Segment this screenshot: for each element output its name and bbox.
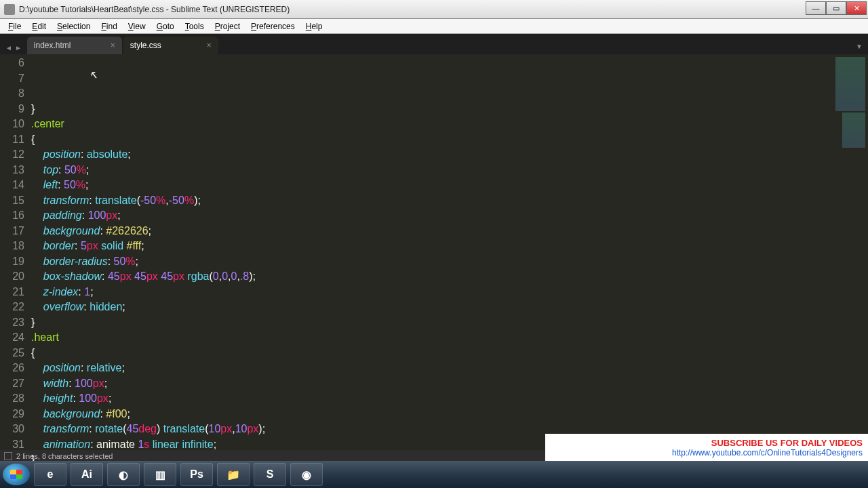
line-number: 27 bbox=[0, 376, 24, 392]
code-line[interactable]: height: 100px; bbox=[31, 391, 793, 407]
tab-close-icon[interactable]: × bbox=[207, 41, 212, 50]
code-line[interactable]: border: 5px solid #fff; bbox=[31, 239, 793, 254]
line-number: 30 bbox=[0, 422, 24, 437]
taskbar-item-ai[interactable]: Ai bbox=[71, 463, 103, 486]
line-number: 23 bbox=[0, 315, 24, 331]
tab-index-html[interactable]: index.html× bbox=[27, 37, 122, 54]
line-number: 25 bbox=[0, 346, 24, 361]
code-line[interactable]: box-shadow: 45px 45px 45px rgba(0,0,0,.8… bbox=[31, 269, 793, 285]
mouse-cursor-icon: ↖ bbox=[89, 68, 98, 83]
tab-label: style.css bbox=[130, 41, 161, 50]
menu-file[interactable]: File bbox=[3, 22, 26, 31]
code-line[interactable]: } bbox=[31, 315, 793, 331]
line-number: 19 bbox=[0, 254, 24, 270]
code-line[interactable]: transform: translate(-50%,-50%); bbox=[31, 193, 793, 209]
subscribe-banner: SUBSCRIBE US FOR DAILY VIDEOS http://www… bbox=[545, 434, 868, 461]
menu-bar: FileEditSelectionFindViewGotoToolsProjec… bbox=[0, 19, 868, 34]
line-number: 9 bbox=[0, 102, 24, 117]
line-number: 26 bbox=[0, 361, 24, 376]
menu-goto[interactable]: Goto bbox=[151, 22, 180, 31]
taskbar: eAi◐▥Ps📁S◉ bbox=[0, 461, 868, 488]
line-number: 31 bbox=[0, 437, 24, 453]
code-line[interactable]: background: #f00; bbox=[31, 407, 793, 422]
code-line[interactable]: } bbox=[31, 102, 793, 117]
menu-project[interactable]: Project bbox=[210, 22, 245, 31]
close-button[interactable]: ✕ bbox=[846, 1, 867, 15]
code-line[interactable]: padding: 100px; bbox=[31, 208, 793, 224]
menu-edit[interactable]: Edit bbox=[26, 22, 52, 31]
line-number: 29 bbox=[0, 407, 24, 422]
banner-title: SUBSCRIBE US FOR DAILY VIDEOS bbox=[711, 438, 863, 448]
line-number: 14 bbox=[0, 178, 24, 193]
code-line[interactable]: z-index: 1; bbox=[31, 285, 793, 300]
line-number: 8 bbox=[0, 86, 24, 102]
code-line[interactable]: position: absolute; bbox=[31, 147, 793, 163]
minimap[interactable] bbox=[793, 54, 868, 450]
menu-tools[interactable]: Tools bbox=[180, 22, 210, 31]
tab-label: index.html bbox=[34, 41, 71, 50]
start-button[interactable] bbox=[3, 464, 30, 485]
menu-find[interactable]: Find bbox=[96, 22, 122, 31]
line-number: 18 bbox=[0, 239, 24, 254]
maximize-button[interactable]: ▭ bbox=[826, 1, 846, 15]
window-titlebar: D:\youtube Tutorials\HeartBeat\style.css… bbox=[0, 0, 868, 19]
code-line[interactable]: position: relative; bbox=[31, 361, 793, 376]
menu-selection[interactable]: Selection bbox=[52, 22, 96, 31]
line-number: 10 bbox=[0, 117, 24, 132]
minimize-button[interactable]: — bbox=[806, 1, 826, 15]
line-number: 28 bbox=[0, 391, 24, 407]
line-number: 17 bbox=[0, 224, 24, 239]
code-line[interactable]: { bbox=[31, 132, 793, 148]
menu-help[interactable]: Help bbox=[300, 22, 328, 31]
line-number: 22 bbox=[0, 300, 24, 315]
code-line[interactable]: .heart bbox=[31, 330, 793, 346]
code-line[interactable]: .center bbox=[31, 117, 793, 132]
code-area[interactable]: ↖ }.center{ position: absolute; top: 50%… bbox=[31, 54, 793, 450]
window-controls: — ▭ ✕ bbox=[806, 0, 868, 18]
code-line[interactable]: top: 50%; bbox=[31, 163, 793, 178]
tab-next-icon[interactable]: ► bbox=[15, 44, 22, 52]
code-line[interactable]: background: #262626; bbox=[31, 224, 793, 239]
code-line[interactable]: overflow: hidden; bbox=[31, 300, 793, 315]
taskbar-item-ie[interactable]: e bbox=[34, 463, 66, 486]
banner-url: http://www.youtube.com/c/OnlineTutorials… bbox=[672, 448, 863, 458]
code-line[interactable]: width: 100px; bbox=[31, 376, 793, 392]
editor: 6789101112131415161718192021222324252627… bbox=[0, 54, 868, 450]
line-number: 7 bbox=[0, 71, 24, 87]
line-number: 20 bbox=[0, 269, 24, 285]
code-line[interactable]: { bbox=[31, 346, 793, 361]
status-icon bbox=[4, 452, 12, 460]
code-line[interactable]: border-radius: 50%; bbox=[31, 254, 793, 270]
taskbar-item-ps[interactable]: Ps bbox=[180, 463, 213, 486]
code-line[interactable]: left: 50%; bbox=[31, 178, 793, 193]
line-number: 21 bbox=[0, 285, 24, 300]
line-number: 16 bbox=[0, 208, 24, 224]
line-number: 12 bbox=[0, 147, 24, 163]
tab-close-icon[interactable]: × bbox=[111, 41, 115, 50]
tab-overflow-icon[interactable]: ▼ bbox=[856, 43, 868, 54]
line-number-gutter: 6789101112131415161718192021222324252627… bbox=[0, 54, 31, 450]
taskbar-item-ps-round[interactable]: ◐ bbox=[107, 463, 140, 486]
line-number: 11 bbox=[0, 132, 24, 148]
tab-prev-icon[interactable]: ◄ bbox=[5, 44, 12, 52]
tab-nav-arrows: ◄ ► bbox=[3, 44, 27, 54]
taskbar-item-chrome[interactable]: ◉ bbox=[290, 463, 323, 486]
taskbar-item-notes[interactable]: ▥ bbox=[144, 463, 176, 486]
line-number: 6 bbox=[0, 56, 24, 71]
window-title: D:\youtube Tutorials\HeartBeat\style.css… bbox=[19, 5, 806, 14]
menu-view[interactable]: View bbox=[123, 22, 151, 31]
taskbar-item-sublime[interactable]: S bbox=[254, 463, 286, 486]
line-number: 13 bbox=[0, 163, 24, 178]
menu-preferences[interactable]: Preferences bbox=[245, 22, 300, 31]
tab-bar: ◄ ► index.html×style.css× ▼ bbox=[0, 34, 868, 54]
windows-logo-icon bbox=[10, 470, 22, 479]
taskbar-item-explorer[interactable]: 📁 bbox=[217, 463, 250, 486]
app-icon bbox=[4, 4, 15, 15]
line-number: 24 bbox=[0, 330, 24, 346]
line-number: 15 bbox=[0, 193, 24, 209]
tab-style-css[interactable]: style.css× bbox=[123, 37, 218, 54]
